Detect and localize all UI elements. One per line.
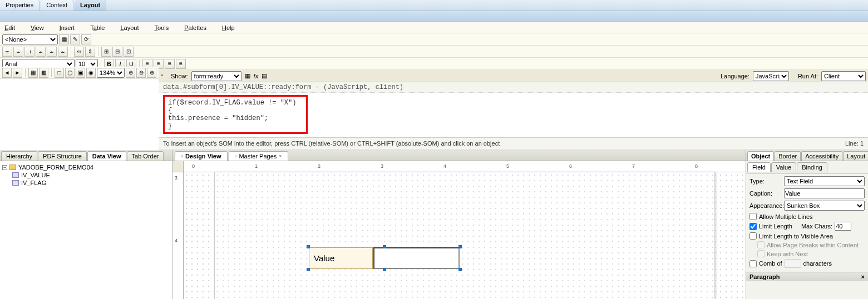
resize-handle[interactable] [458,268,462,271]
limit-visible-checkbox[interactable] [749,232,757,240]
menu-help[interactable]: Help [222,24,235,31]
zoom-fit[interactable]: ⊕ [126,68,135,78]
tree-item-iv-value[interactable]: IV_VALUE [12,171,170,179]
menu-palettes[interactable]: Palettes [184,24,206,31]
object-subtabs: Field Value Binding [746,161,868,174]
tab-object[interactable]: Object [747,151,774,161]
group-2[interactable]: ⊟ [112,47,122,57]
max-chars-input[interactable] [835,222,851,231]
resize-handle[interactable] [383,245,386,248]
paragraph-header[interactable]: Paragraph × [746,272,868,281]
script-btn-1[interactable]: ▦ [245,72,250,79]
language-select[interactable]: JavaScript [753,71,789,81]
appearance-select[interactable]: Sunken Box [784,201,865,211]
tab-layout-right[interactable]: Layout [843,151,868,161]
nav-back[interactable]: ◄ [2,68,12,78]
snap-icon[interactable]: ▩ [39,68,48,78]
limit-visible-label: Limit Length to Visible Area [759,233,833,240]
tree-item-iv-flag[interactable]: IV_FLAG [12,179,170,187]
zoom-select[interactable]: 134% [97,68,125,78]
fx-icon[interactable]: fx [254,73,259,79]
type-label: Type: [749,178,782,185]
show-select[interactable]: form:ready [191,71,241,81]
show-2[interactable]: ▢ [65,68,75,78]
tree-root[interactable]: − YADOBE_FORM_DEMO04 [2,163,170,171]
center-pane: ▫ Design View ▫ Master Pages × 0 1 2 3 4… [172,150,746,299]
script-btn-2[interactable]: ▤ [262,72,267,79]
language-label: Language: [721,73,749,79]
expand-icon[interactable]: − [2,165,7,170]
group-3[interactable]: ⊡ [124,47,134,57]
allow-page-breaks-label: Allow Page Breaks within Content [767,242,859,248]
align-4[interactable]: ⫠ [36,47,46,57]
menu-insert[interactable]: Insert [60,24,75,31]
zoom-out[interactable]: ⊖ [136,68,146,78]
limit-length-checkbox[interactable] [749,223,757,230]
close-icon[interactable]: × [861,273,865,280]
align-2[interactable]: ⫠ [13,47,23,57]
tab-hierarchy[interactable]: Hierarchy [1,151,37,161]
show-1[interactable]: □ [55,68,64,78]
type-select[interactable]: Text Field [784,176,865,186]
keep-with-next-label: Keep with Next [767,251,808,257]
tree-item-label: IV_FLAG [21,180,46,186]
script-body[interactable]: if($record.IV_FLAG.value != "X") { this.… [159,93,868,137]
menu-table[interactable]: Table [90,24,105,31]
allow-multiple-checkbox[interactable] [749,213,757,220]
show-4[interactable]: ◉ [86,68,96,78]
tab-tab-order[interactable]: Tab Order [127,151,164,161]
align-6[interactable]: ⫠ [58,47,68,57]
btn-tool-1[interactable]: ▦ [59,34,69,44]
subtab-field[interactable]: Field [747,162,771,172]
resize-handle[interactable] [307,268,310,271]
subtab-value[interactable]: Value [771,162,796,172]
align-justify[interactable]: ≡ [176,59,186,69]
caption-input[interactable] [784,188,865,198]
style-select[interactable]: <None> [2,34,58,44]
dist-1[interactable]: ⇔ [74,47,84,57]
tab-properties[interactable]: Properties [0,0,40,11]
btn-tool-2[interactable]: ✎ [70,34,80,44]
nav-fwd[interactable]: ► [13,68,22,78]
show-3[interactable]: ▣ [76,68,85,78]
script-close[interactable]: × [161,73,167,79]
menu-edit[interactable]: Edit [4,24,15,31]
resize-handle[interactable] [458,245,462,248]
menu-tools[interactable]: Tools [155,24,169,31]
menu-layout[interactable]: Layout [120,24,139,31]
field-value[interactable]: Value [309,247,460,269]
tab-pdf-structure[interactable]: PDF Structure [38,151,87,161]
script-status: To insert an object's SOM into the edito… [163,140,500,147]
zoom-in[interactable]: ⊕ [147,68,156,78]
page-icon: ▫ [235,153,237,160]
close-icon[interactable]: × [279,153,282,159]
tree: − YADOBE_FORM_DEMO04 IV_VALUE IV_FLAG [0,161,172,189]
appearance-label: Appearance: [749,202,782,209]
align-1[interactable]: ⫟ [2,47,12,57]
field-input[interactable] [373,247,460,269]
align-5[interactable]: ⫠ [47,47,57,57]
tab-data-view[interactable]: Data View [87,151,126,161]
tab-context[interactable]: Context [41,0,73,11]
tab-design-view[interactable]: ▫ Design View [175,151,228,161]
script-code-text[interactable]: if($record.IV_FLAG.value != "X") { this.… [168,99,303,130]
run-at-select[interactable]: Client [821,71,866,81]
canvas[interactable]: Value [184,172,746,299]
tab-master-pages[interactable]: ▫ Master Pages × [229,151,288,161]
dist-2[interactable]: ⇕ [85,47,95,57]
tab-border[interactable]: Border [775,151,801,161]
group-1[interactable]: ⊞ [101,47,111,57]
btn-tool-3[interactable]: ⟳ [81,34,91,44]
align-3[interactable]: ⫞ [24,47,34,57]
comb-of-label: Comb of [759,260,782,267]
tab-layout[interactable]: Layout [75,0,106,11]
resize-handle[interactable] [307,245,310,248]
caption-label: Caption: [749,190,782,197]
comb-of-checkbox[interactable] [749,260,757,267]
align-right[interactable]: ≡ [165,59,175,69]
menu-view[interactable]: View [31,24,44,31]
resize-handle[interactable] [383,268,386,271]
subtab-binding[interactable]: Binding [797,162,827,172]
tab-accessibility[interactable]: Accessibility [801,151,842,161]
grid-icon[interactable]: ▦ [28,68,38,78]
